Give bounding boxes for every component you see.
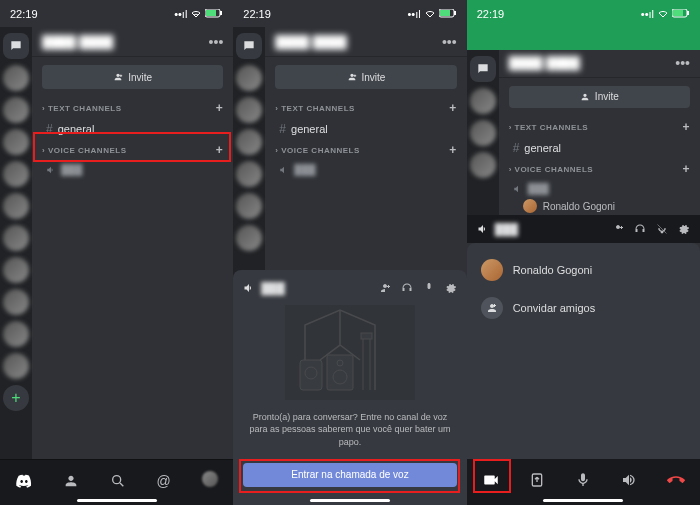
- voice-channel[interactable]: ███: [265, 161, 466, 178]
- server-avatar[interactable]: [3, 289, 29, 315]
- nav-discord-icon[interactable]: [16, 473, 32, 489]
- screen-share-icon[interactable]: [529, 472, 545, 488]
- wifi-icon: [190, 9, 202, 18]
- nav-mentions-icon[interactable]: @: [157, 473, 171, 489]
- server-header[interactable]: ████ ████ •••: [499, 50, 700, 78]
- join-voice-label: Entrar na chamada de voz: [291, 469, 408, 480]
- gear-icon[interactable]: [445, 282, 457, 294]
- invite-friends-row[interactable]: Convidar amigos: [467, 289, 700, 327]
- text-channels-header[interactable]: › TEXT CHANNELS +: [265, 97, 466, 119]
- volume-icon[interactable]: [621, 472, 637, 488]
- channel-general[interactable]: # general: [265, 119, 466, 139]
- server-menu-icon[interactable]: •••: [675, 55, 690, 71]
- server-avatar[interactable]: [3, 65, 29, 91]
- battery-icon: [672, 9, 690, 18]
- invite-button[interactable]: Invite: [42, 65, 223, 89]
- signal-icon: ••ıl: [174, 8, 187, 20]
- svg-rect-9: [300, 360, 322, 390]
- gear-icon[interactable]: [678, 223, 690, 235]
- mute-icon[interactable]: [656, 223, 668, 235]
- voice-user-row[interactable]: Ronaldo Gogoni: [499, 197, 700, 215]
- nav-search-icon[interactable]: [110, 473, 126, 489]
- channel-label: general: [58, 123, 95, 135]
- server-avatar[interactable]: [236, 65, 262, 91]
- svg-rect-6: [440, 10, 450, 16]
- server-avatar[interactable]: [470, 88, 496, 114]
- server-avatar[interactable]: [3, 321, 29, 347]
- voice-channel[interactable]: ███: [32, 161, 233, 178]
- server-avatar[interactable]: [3, 353, 29, 379]
- server-avatar[interactable]: [470, 120, 496, 146]
- dm-icon[interactable]: [470, 56, 496, 82]
- hangup-icon[interactable]: [667, 471, 685, 489]
- add-text-channel-icon[interactable]: +: [449, 101, 457, 115]
- dm-icon[interactable]: [3, 33, 29, 59]
- add-voice-channel-icon[interactable]: +: [449, 143, 457, 157]
- active-call-banner[interactable]: [467, 26, 700, 50]
- server-header[interactable]: ████ ████ •••: [265, 27, 466, 57]
- headphones-icon[interactable]: [401, 282, 413, 294]
- invite-button[interactable]: Invite: [275, 65, 456, 89]
- svg-rect-7: [454, 11, 456, 15]
- nav-profile-avatar[interactable]: [202, 471, 218, 490]
- join-voice-button[interactable]: Entrar na chamada de voz: [243, 463, 456, 487]
- voice-channels-header[interactable]: › VOICE CHANNELS +: [265, 139, 466, 161]
- adduser-icon[interactable]: [612, 223, 624, 235]
- svg-point-3: [112, 475, 120, 483]
- hash-icon: #: [279, 122, 286, 136]
- add-voice-channel-icon[interactable]: +: [216, 143, 224, 157]
- invite-button[interactable]: Invite: [509, 86, 690, 108]
- server-menu-icon[interactable]: •••: [442, 34, 457, 50]
- add-server-icon[interactable]: +: [3, 385, 29, 411]
- home-indicator: [543, 499, 623, 502]
- status-bar: 22:19 ••ıl: [0, 0, 233, 27]
- voice-channel-label: ███: [528, 183, 549, 194]
- camera-icon[interactable]: [482, 471, 500, 489]
- voice-channels-header[interactable]: › VOICE CHANNELS +: [499, 158, 700, 180]
- svg-rect-18: [673, 10, 683, 16]
- adduser-icon[interactable]: [379, 282, 391, 294]
- home-indicator: [310, 499, 390, 502]
- server-avatar[interactable]: [3, 97, 29, 123]
- user-avatar: [523, 199, 537, 213]
- server-avatar[interactable]: [3, 257, 29, 283]
- svg-line-4: [120, 483, 123, 486]
- speaker-icon: [513, 184, 523, 194]
- status-time: 22:19: [243, 8, 271, 20]
- server-menu-icon[interactable]: •••: [209, 34, 224, 50]
- mic-icon[interactable]: [575, 472, 591, 488]
- server-avatar[interactable]: [236, 97, 262, 123]
- server-avatar[interactable]: [3, 193, 29, 219]
- voice-channel[interactable]: ███: [499, 180, 700, 197]
- sheet-channel-name: ███: [261, 282, 284, 294]
- server-avatar[interactable]: [236, 161, 262, 187]
- voice-channels-header[interactable]: › VOICE CHANNELS +: [32, 139, 233, 161]
- invite-friends-label: Convidar amigos: [513, 302, 596, 314]
- server-avatar[interactable]: [3, 225, 29, 251]
- hash-icon: #: [513, 141, 520, 155]
- wifi-icon: [424, 9, 436, 18]
- server-header[interactable]: ████ ████ •••: [32, 27, 233, 57]
- add-text-channel-icon[interactable]: +: [682, 120, 690, 134]
- server-avatar[interactable]: [236, 225, 262, 251]
- channel-general[interactable]: # general: [32, 119, 233, 139]
- status-indicators: ••ıl: [174, 8, 223, 20]
- server-avatar[interactable]: [3, 161, 29, 187]
- adduser-icon: [347, 72, 357, 82]
- text-channels-header[interactable]: › TEXT CHANNELS +: [499, 116, 700, 138]
- server-avatar[interactable]: [236, 129, 262, 155]
- server-avatar[interactable]: [236, 193, 262, 219]
- speaker-icon: [477, 223, 489, 235]
- home-indicator: [77, 499, 157, 502]
- channel-general[interactable]: # general: [499, 138, 700, 158]
- dm-icon[interactable]: [236, 33, 262, 59]
- mute-icon[interactable]: [423, 282, 435, 294]
- server-avatar[interactable]: [3, 129, 29, 155]
- text-channels-header[interactable]: › TEXT CHANNELS +: [32, 97, 233, 119]
- voice-user-entry[interactable]: Ronaldo Gogoni: [467, 251, 700, 289]
- add-voice-channel-icon[interactable]: +: [682, 162, 690, 176]
- add-text-channel-icon[interactable]: +: [216, 101, 224, 115]
- server-avatar[interactable]: [470, 152, 496, 178]
- headphones-icon[interactable]: [634, 223, 646, 235]
- nav-friends-icon[interactable]: [63, 473, 79, 489]
